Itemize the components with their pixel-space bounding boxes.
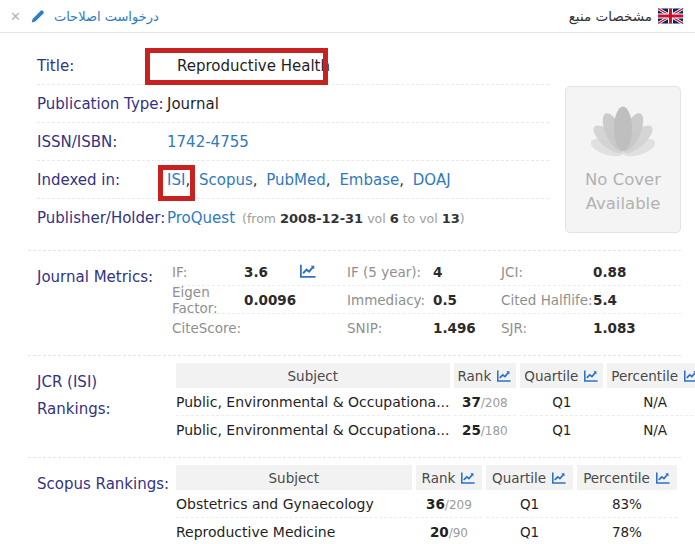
- scopus-rankings-label: Scopus Rankings:: [37, 465, 172, 544]
- metric-jci-label: JCI:: [501, 264, 593, 280]
- no-cover-placeholder: No Cover Available: [565, 86, 681, 233]
- if-trend-chart-icon[interactable]: [299, 263, 317, 279]
- publisher-row: Publisher/Holder: ProQuest (from 2008-12…: [37, 199, 549, 237]
- metric-sjr-label: SJR:: [501, 320, 593, 336]
- edit-pencil-icon[interactable]: [30, 9, 45, 24]
- lotus-icon: [566, 103, 680, 168]
- metric-immediacy-value: 0.5: [433, 292, 501, 308]
- metric-halflife-label: Cited Halflife:: [501, 292, 593, 308]
- metric-halflife-value: 5.4: [593, 292, 681, 308]
- jcr-header-quartile: Quartile: [520, 363, 603, 388]
- request-corrections-link[interactable]: درخواست اصلاحات: [54, 9, 159, 24]
- journal-metrics-label: Journal Metrics:: [37, 258, 172, 342]
- table-row: Obstetrics and Gynaecology 36/209 Q1 83%: [176, 490, 677, 518]
- publisher-link[interactable]: ProQuest: [167, 209, 235, 227]
- quartile-trend-icon[interactable]: [583, 369, 599, 383]
- index-link-isi[interactable]: ISI: [167, 171, 185, 189]
- metric-if-value: 3.6: [244, 264, 299, 280]
- publication-type-value: Journal: [167, 95, 219, 113]
- metric-snip-label: SNIP:: [347, 320, 433, 336]
- metric-eigen-label: Eigen Factor:: [172, 284, 244, 316]
- jcr-header-rank: Rank: [454, 363, 517, 388]
- content-area: No Cover Available Title: Reproductive H…: [0, 33, 695, 544]
- top-bar: ✕ درخواست اصلاحات مشخصات منبع: [0, 0, 695, 33]
- jcr-rankings-section: JCR (ISI) Rankings: Subject Rank Quartil…: [37, 356, 681, 444]
- title-value: Reproductive Health: [167, 57, 330, 75]
- metric-snip-value: 1.496: [433, 320, 501, 336]
- scopus-header-subject: Subject: [176, 465, 412, 490]
- scopus-header-percentile: Percentile: [577, 465, 677, 490]
- journal-metrics-section: Journal Metrics: IF: 3.6 IF (5 year): 4 …: [37, 251, 681, 342]
- indexed-in-label: Indexed in:: [37, 171, 167, 189]
- metric-sjr-value: 1.083: [593, 320, 681, 336]
- index-link-doaj[interactable]: DOAJ: [413, 171, 451, 189]
- scopus-header-quartile: Quartile: [486, 465, 573, 490]
- metric-if5-value: 4: [433, 264, 501, 280]
- table-row: Reproductive Medicine 20/90 Q1 78%: [176, 518, 677, 544]
- quartile-trend-icon[interactable]: [551, 471, 567, 485]
- scopus-rankings-table: Subject Rank Quartile Percentile Obstetr…: [172, 465, 681, 544]
- no-cover-line2: Available: [566, 192, 680, 216]
- metric-jci-value: 0.88: [593, 264, 681, 280]
- metric-citescore-label: CiteScore:: [172, 320, 244, 336]
- jcr-header-subject: Subject: [176, 363, 450, 388]
- scopus-header-rank: Rank: [416, 465, 483, 490]
- issn-row: ISSN/ISBN: 1742-4755: [37, 123, 549, 161]
- publisher-label: Publisher/Holder:: [37, 209, 167, 227]
- index-link-embase[interactable]: Embase: [339, 171, 399, 189]
- metric-immediacy-label: Immediacy:: [347, 292, 433, 308]
- rank-trend-icon[interactable]: [496, 369, 512, 383]
- publisher-details: (from 2008-12-31 vol 6 to vol 13): [242, 211, 465, 226]
- issn-label: ISSN/ISBN:: [37, 133, 167, 151]
- metric-if-label: IF:: [172, 264, 244, 280]
- jcr-rankings-table: Subject Rank Quartile Percentile Public,…: [172, 363, 695, 444]
- table-row: Public, Environmental & Occupationa... 3…: [176, 388, 695, 416]
- panel-title: مشخصات منبع: [569, 8, 652, 24]
- close-icon[interactable]: ✕: [10, 10, 21, 23]
- indexed-in-row: Indexed in: ISI, Scopus, PubMed, Embase,…: [37, 161, 549, 199]
- issn-link[interactable]: 1742-4755: [167, 133, 249, 151]
- table-row: Public, Environmental & Occupationa... 2…: [176, 416, 695, 444]
- uk-flag-icon: [658, 8, 683, 24]
- jcr-rankings-label: JCR (ISI) Rankings:: [37, 363, 172, 444]
- index-link-pubmed[interactable]: PubMed: [266, 171, 326, 189]
- jcr-header-percentile: Percentile: [607, 363, 695, 388]
- no-cover-line1: No Cover: [566, 168, 680, 192]
- title-label: Title:: [37, 57, 167, 75]
- percentile-trend-icon[interactable]: [655, 471, 671, 485]
- scopus-rankings-section: Scopus Rankings: Subject Rank Quartile P…: [37, 458, 681, 544]
- index-link-scopus[interactable]: Scopus: [199, 171, 253, 189]
- rank-trend-icon[interactable]: [460, 471, 476, 485]
- metric-if5-label: IF (5 year):: [347, 264, 433, 280]
- title-row: Title: Reproductive Health: [37, 47, 549, 85]
- metric-eigen-value: 0.0096: [244, 292, 299, 308]
- publication-type-row: Publication Type: Journal: [37, 85, 549, 123]
- publication-type-label: Publication Type:: [37, 95, 167, 113]
- percentile-trend-icon[interactable]: [683, 369, 695, 383]
